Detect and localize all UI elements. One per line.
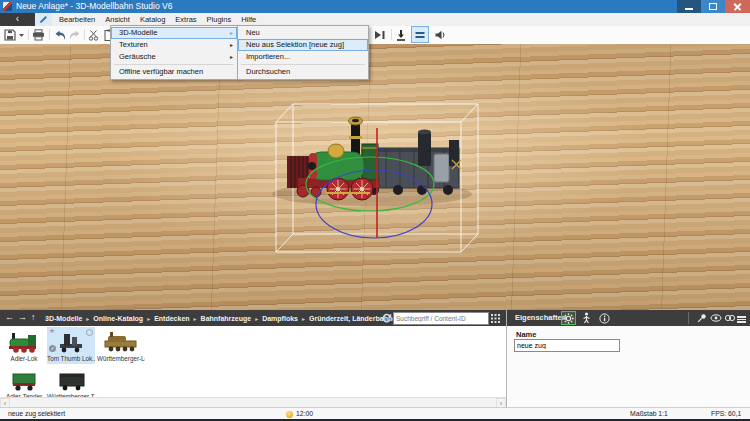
tab-general-settings[interactable] (561, 311, 576, 325)
sound-button[interactable] (433, 28, 447, 42)
hamburger-icon (737, 316, 746, 318)
catalog-item-label: Adler-Lok (0, 354, 48, 363)
name-input[interactable] (514, 339, 620, 352)
maximize-button[interactable] (701, 0, 725, 13)
breadcrumb-separator-icon: ▸ (255, 315, 258, 322)
tab-object-info[interactable] (597, 311, 612, 325)
catalog-item-wuerttemberger-lok[interactable]: Württemberger-Lok (97, 327, 145, 364)
save-dropdown-button[interactable] (17, 28, 25, 42)
favorite-star-icon[interactable]: ★ (49, 327, 55, 335)
title-bar: Neue Anlage* - 3D-Modellbahn Studio V6 (0, 0, 750, 13)
grid-icon (491, 314, 500, 323)
minimize-button[interactable] (677, 0, 701, 13)
wuerttemberger-tender-thumbnail (47, 367, 95, 392)
refresh-icon (381, 313, 392, 324)
link-icon (724, 314, 736, 322)
drop-to-ground-button[interactable] (394, 28, 408, 42)
3d-scene[interactable]: z (0, 44, 750, 310)
scissors-icon (88, 29, 100, 41)
minimize-icon (685, 8, 693, 10)
toolbar-separator (49, 29, 50, 40)
axis-z-label: z (380, 145, 384, 154)
nav-forward-button[interactable]: → (18, 310, 27, 325)
breadcrumb-item[interactable]: Bahnfahrzeuge (201, 315, 252, 322)
redo-button[interactable] (68, 28, 82, 42)
catalog-item-adler-lok[interactable]: Adler-Lok (0, 327, 48, 364)
check-icon: ✓ (49, 345, 56, 352)
pencil-icon (39, 15, 48, 24)
eye-icon (710, 314, 722, 322)
gear-icon (563, 313, 574, 324)
info-icon (599, 313, 610, 324)
breadcrumb-item[interactable]: Online-Katalog (93, 315, 143, 322)
properties-header: Eigenschaften (507, 310, 750, 326)
submenu-item-importieren[interactable]: Importieren... (238, 51, 368, 63)
close-button[interactable] (725, 0, 750, 13)
equals-icon (415, 31, 425, 39)
toolbar-separator (28, 29, 29, 40)
nav-up-button[interactable]: ↑ (31, 310, 36, 325)
refresh-button[interactable] (381, 313, 392, 326)
save-button[interactable] (3, 28, 17, 42)
visibility-button[interactable] (709, 311, 722, 325)
back-chevron-icon: ‹ (16, 13, 19, 24)
pin-icon (697, 313, 707, 323)
menu-item-texturen[interactable]: Texturen ▸ (111, 39, 237, 51)
toolbar-separator (84, 29, 85, 40)
status-circle-icon (86, 329, 93, 336)
undo-button[interactable] (53, 28, 67, 42)
submenu-item-durchsuchen[interactable]: Durchsuchen (238, 66, 368, 78)
submenu-arrow-icon: ▸ (230, 51, 233, 63)
locomotive-model[interactable] (287, 117, 380, 200)
speaker-icon (434, 29, 446, 41)
download-arrow-icon (395, 29, 407, 42)
align-toggle-button[interactable] (411, 26, 429, 43)
chevron-down-icon (18, 29, 25, 41)
header-separator (688, 312, 689, 324)
submenu-item-neu[interactable]: Neu (238, 27, 368, 39)
wuerttemberger-lok-thumbnail (97, 329, 145, 354)
breadcrumb-item[interactable]: Entdecken (154, 315, 189, 322)
breadcrumb: 3D-Modelle ▸ Online-Katalog ▸ Entdecken … (45, 310, 400, 326)
menu-bearbeiten[interactable]: Bearbeiten (54, 13, 100, 26)
sun-time-icon (286, 411, 293, 418)
name-field-label: Name (516, 330, 536, 339)
save-icon (4, 29, 16, 41)
undo-icon (54, 30, 66, 41)
breadcrumb-item[interactable]: Dampfloks (262, 315, 298, 322)
adler-tender-thumbnail (0, 367, 48, 392)
breadcrumb-separator-icon: ▸ (147, 315, 150, 322)
3d-viewport[interactable]: z (0, 44, 750, 310)
link-button[interactable] (723, 311, 736, 325)
view-grid-button[interactable] (491, 314, 500, 325)
back-button[interactable]: ‹ (0, 13, 35, 26)
cut-button[interactable] (87, 28, 101, 42)
submenu-item-neu-aus-selektion[interactable]: Neu aus Selektion [neue zug] (238, 39, 368, 51)
tab-object-animation[interactable] (579, 311, 594, 325)
nav-back-button[interactable]: ← (5, 310, 14, 325)
catalog-horizontal-scrollbar[interactable]: ‹ › (0, 397, 506, 407)
panel-menu-button[interactable] (737, 311, 750, 329)
print-button[interactable] (31, 28, 45, 42)
menu-item-geraeusche[interactable]: Geräusche ▸ (111, 51, 237, 63)
breadcrumb-separator-icon: ▸ (194, 315, 197, 322)
3d-modelle-submenu: Neu Neu aus Selektion [neue zug] Importi… (237, 25, 369, 80)
maximize-icon (709, 3, 717, 10)
edit-mode-button[interactable] (35, 13, 52, 26)
breadcrumb-item[interactable]: 3D-Modelle (45, 315, 82, 322)
properties-panel: Eigenschaften (506, 310, 750, 407)
skip-to-end-button[interactable] (373, 28, 387, 42)
submenu-arrow-icon: ▸ (230, 39, 233, 51)
menu-item-offline-verfuegbar[interactable]: Offline verfügbar machen (111, 66, 237, 78)
printer-icon (32, 29, 45, 41)
catalog-panel: ← → ↑ 3D-Modelle ▸ Online-Katalog ▸ Entd… (0, 310, 506, 407)
catalog-item-label: Tom Thumb Lok... (47, 354, 95, 363)
app-icon (3, 2, 12, 11)
properties-title: Eigenschaften (515, 310, 566, 326)
pin-panel-button[interactable] (695, 311, 708, 325)
menu-item-3d-modelle[interactable]: 3D-Modelle ▸ (111, 27, 237, 39)
search-input[interactable] (393, 312, 489, 325)
breadcrumb-separator-icon: ▸ (302, 315, 305, 322)
catalog-item-tom-thumb-lok[interactable]: ★ ✓ Tom Thumb Lok... (47, 327, 95, 364)
window-title: Neue Anlage* - 3D-Modellbahn Studio V6 (16, 0, 172, 13)
